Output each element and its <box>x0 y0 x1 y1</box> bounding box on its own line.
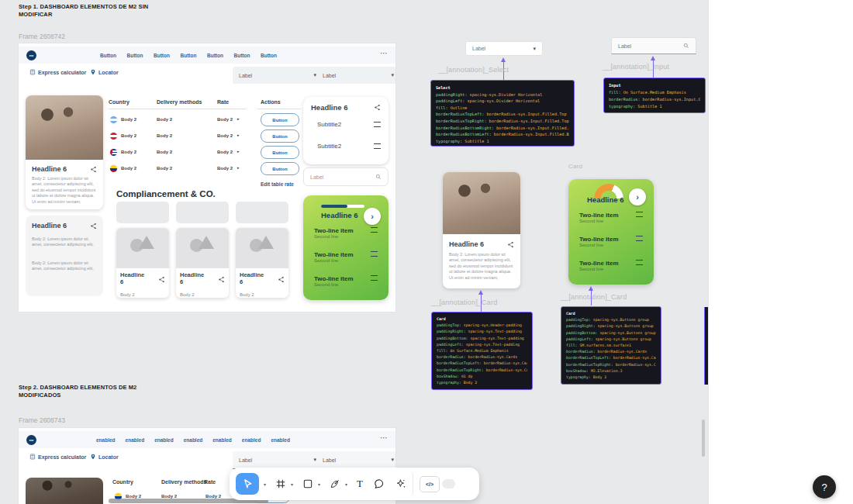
dev-mode-toggle[interactable]: </> <box>420 476 455 492</box>
share-icon[interactable] <box>90 166 97 173</box>
frame-2608742[interactable]: ew Button Button Button Button Button Bu… <box>19 43 395 312</box>
nav-button[interactable]: enabled <box>212 437 232 443</box>
card-photo <box>26 95 103 160</box>
pen-tool-button[interactable] <box>330 478 340 489</box>
list-item[interactable]: Subtitle2 <box>317 121 341 128</box>
drag-handle-icon[interactable] <box>371 275 378 281</box>
frame-tool-button[interactable] <box>275 478 286 489</box>
edit-table-rate-link[interactable]: Edit table rate <box>261 181 294 187</box>
more-icon[interactable]: ⋯ <box>380 49 388 57</box>
move-tool-button[interactable] <box>236 473 259 495</box>
caret-down-icon: ▾ <box>391 457 394 463</box>
drag-handle-icon[interactable] <box>636 236 643 241</box>
drag-handle-icon[interactable] <box>374 143 381 149</box>
table-row[interactable]: Body 2 Body 2 Body 2 ▸ Button <box>109 146 301 162</box>
express-calculator-link[interactable]: Express calculator <box>29 454 86 460</box>
label-select-1[interactable]: Label ▾ <box>233 451 323 469</box>
table-row[interactable]: Body 2 Body 2 Body 2 ▸ Button <box>109 113 301 129</box>
green-progress-card[interactable]: Headline 6 › Two-line item Second line T… <box>303 195 389 300</box>
list-item[interactable]: Two-line item <box>579 236 619 243</box>
select-label: Label <box>239 73 252 78</box>
nav-button[interactable]: enabled <box>96 437 116 443</box>
gray-text-card[interactable]: Headline 6 Body 2: Lorem ipsum dolor sit… <box>26 216 103 296</box>
canvas-scrollbar[interactable] <box>702 419 705 457</box>
search-icon[interactable] <box>375 174 382 180</box>
table-row[interactable]: Body 2 Body 2 Body 2 ▸ Button <box>109 162 301 178</box>
nav-button[interactable]: enabled <box>184 437 203 443</box>
table-row[interactable]: Body 2 Body 2 Body 2 ▸ Button <box>109 129 301 146</box>
nav-button[interactable]: Button <box>154 53 170 58</box>
drag-handle-icon[interactable] <box>374 122 381 127</box>
arrow-right-icon[interactable]: ▸ <box>237 165 240 170</box>
locator-link[interactable]: Locator <box>90 454 119 460</box>
frame1-label[interactable]: Frame 2608742 <box>19 33 65 40</box>
drag-handle-icon[interactable] <box>636 212 643 217</box>
label-select-2[interactable]: Label ▾ <box>316 451 395 469</box>
caret-down-icon[interactable]: ▾ <box>318 482 320 487</box>
row-button[interactable]: Button <box>261 113 299 126</box>
share-icon[interactable] <box>218 276 225 283</box>
label-select-1[interactable]: Label ▾ <box>233 67 323 84</box>
label-select-2[interactable]: Label ▾ <box>316 67 395 84</box>
annotated-green-card[interactable]: Headline 6 › Two-line item Second line T… <box>568 179 654 285</box>
express-calculator-link[interactable]: Express calculator <box>29 69 86 75</box>
list-card[interactable]: Headline 6 Subtitle2 Subtitle2 <box>303 97 389 164</box>
card-frame-label[interactable]: Card <box>568 163 582 170</box>
next-button[interactable]: › <box>364 208 381 225</box>
list-item[interactable]: Two-line item <box>579 212 619 219</box>
drag-handle-icon[interactable] <box>636 260 643 265</box>
nav-button[interactable]: Button <box>100 53 116 58</box>
nav-button[interactable]: Button <box>181 53 197 58</box>
share-icon[interactable] <box>278 276 285 283</box>
drag-handle-icon[interactable] <box>371 227 378 233</box>
arrow-right-icon[interactable]: ▸ <box>237 116 240 121</box>
nav-button[interactable]: Button <box>234 53 250 58</box>
share-icon[interactable] <box>374 104 381 111</box>
media-card[interactable]: Headline 6 Body 2 <box>176 228 229 298</box>
nav-button[interactable]: enabled <box>271 437 290 443</box>
frame2-label[interactable]: Frame 2608743 <box>19 416 65 424</box>
photo-card[interactable]: Headline 6 Body 2: Lorem ipsum dolor sit… <box>26 95 103 209</box>
annotated-select[interactable]: Label ▾ <box>465 41 543 56</box>
caret-down-icon[interactable]: ▾ <box>264 482 266 487</box>
row-button[interactable]: Button <box>261 129 299 143</box>
share-icon[interactable] <box>507 241 514 248</box>
search-input[interactable]: Label <box>303 167 389 186</box>
nav-button[interactable]: enabled <box>154 437 174 443</box>
list-item[interactable]: Two-line item <box>579 260 619 267</box>
annotated-input[interactable]: Label <box>611 37 696 54</box>
annotated-photo-card[interactable]: Headline 6 Body 2: Lorem ipsum dolor sit… <box>443 172 520 288</box>
code-title: Input <box>609 82 700 89</box>
help-button[interactable]: ? <box>813 475 836 499</box>
caret-down-icon[interactable]: ▾ <box>345 482 347 487</box>
nav-button[interactable]: enabled <box>242 437 261 443</box>
next-button[interactable]: › <box>629 188 646 205</box>
list-item[interactable]: Subtitle2 <box>317 143 341 150</box>
toggle-track[interactable] <box>442 479 455 488</box>
share-icon[interactable] <box>90 223 97 230</box>
row-button[interactable]: Button <box>261 146 299 159</box>
comment-tool-button[interactable] <box>374 478 385 489</box>
nav-button[interactable]: enabled <box>126 437 145 443</box>
arrow-right-icon[interactable]: ▸ <box>237 133 240 137</box>
arrow-right-icon[interactable]: ▸ <box>237 149 240 154</box>
media-card[interactable]: Headline 6 Body 2 <box>116 228 169 298</box>
locator-link[interactable]: Locator <box>90 69 119 75</box>
locator-label: Locator <box>98 70 119 75</box>
list-item[interactable]: Two-line item <box>314 227 354 234</box>
shape-tool-button[interactable] <box>302 478 313 489</box>
list-item[interactable]: Two-line item <box>314 251 354 258</box>
nav-button[interactable]: Button <box>261 53 277 58</box>
nav-button[interactable]: Button <box>127 53 143 58</box>
row-button[interactable]: Button <box>261 162 299 175</box>
media-card[interactable]: Headline 6 Body 2 <box>236 228 288 298</box>
list-item[interactable]: Two-line item <box>314 275 354 282</box>
text-tool-button[interactable]: T <box>357 478 363 490</box>
drag-handle-icon[interactable] <box>371 251 378 257</box>
caret-down-icon[interactable]: ▾ <box>291 482 293 487</box>
nav-button[interactable]: Button <box>207 53 223 58</box>
design-canvas[interactable]: Step 1. DASHBOARD ELEMENTOS DE M2 SIN MO… <box>0 0 708 504</box>
share-icon[interactable] <box>158 276 165 283</box>
actions-tool-button[interactable] <box>395 478 406 489</box>
more-icon[interactable]: ⋯ <box>380 433 388 442</box>
